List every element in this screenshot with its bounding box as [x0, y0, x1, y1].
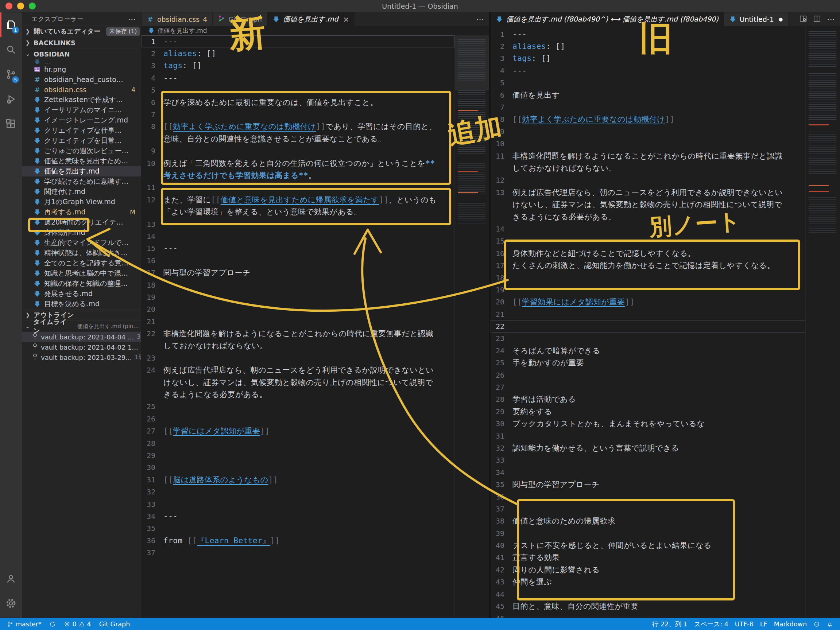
code-row[interactable]: きるようになる必要がある。 — [142, 388, 455, 400]
feedback-icon[interactable] — [810, 621, 823, 627]
code-row[interactable]: 32認知能力を働かせる、という言葉で説明できる — [491, 442, 805, 454]
obsidian-section[interactable]: ⌄ OBSIDIAN — [22, 48, 141, 60]
account-icon[interactable] — [0, 566, 22, 591]
code-row[interactable]: 21 — [491, 308, 805, 320]
code-row[interactable]: 14 — [491, 223, 805, 235]
open-editors-section[interactable]: ❯ 開いているエディター 未保存 (1) — [22, 25, 141, 37]
eol[interactable]: LF — [757, 621, 771, 628]
minimap[interactable] — [455, 35, 489, 618]
file-item[interactable]: 知識の保存と知識の整理.md — [22, 279, 141, 289]
code-row[interactable]: 27[[学習にはメタ認知が重要]] — [142, 425, 455, 437]
code-row[interactable]: 18 — [142, 279, 455, 291]
tab-git-graph[interactable]: Git Graph — [213, 13, 267, 26]
notifications-bell-icon[interactable] — [823, 621, 836, 627]
tab-kachi-md[interactable]: 価値を見出す.md × — [267, 13, 355, 26]
minimap[interactable] — [805, 26, 840, 618]
problems-indicator[interactable]: 0 4 — [60, 618, 94, 630]
file-item[interactable]: 生産的でマインドフルであるための... — [22, 238, 141, 248]
code-row[interactable]: 31 — [491, 430, 805, 442]
code-row[interactable]: 13 — [142, 218, 455, 230]
code-row[interactable]: 28 — [142, 437, 455, 449]
code-row[interactable]: 11 — [142, 181, 455, 194]
code-row[interactable]: 16 — [142, 255, 455, 266]
code-row[interactable]: 26 — [491, 369, 805, 381]
code-row[interactable]: 27 — [491, 381, 805, 393]
code-row[interactable]: 29 — [142, 449, 455, 461]
backlinks-section[interactable]: ❯ BACKLINKS — [22, 37, 141, 48]
code-row[interactable]: 5 — [491, 77, 805, 89]
code-row[interactable]: 9 — [142, 145, 455, 157]
code-row[interactable]: 20 — [142, 303, 455, 315]
code-row[interactable]: けないし、証券マンは、気候変動と穀物の売り上げの相関性について説明で — [491, 198, 805, 210]
code-row[interactable]: 36from [[『Learn Better』]] — [142, 534, 455, 547]
more-actions-icon[interactable]: ⋯ — [827, 14, 835, 24]
code-row[interactable]: 24そろばんで暗算ができる — [491, 345, 805, 357]
code-row[interactable]: 30 — [142, 461, 455, 474]
code-row[interactable]: 15--- — [142, 243, 455, 255]
file-item[interactable]: 精神状態は、体調に大きく左右され... — [22, 248, 141, 258]
code-row[interactable]: 8[[効率よく学ぶために重要なのは動機付け]] — [491, 113, 805, 125]
code-row[interactable]: しておかなければならない。 — [142, 340, 455, 352]
code-row[interactable]: 33 — [491, 454, 805, 466]
code-row[interactable]: 12 — [491, 174, 805, 186]
code-row[interactable]: 24例えば広告代理店なら、朝のニュースをどう利用できるか説明できないとい — [142, 364, 455, 376]
file-item[interactable]: 全てのことを記録する意味.md — [22, 258, 141, 268]
code-row[interactable]: 3tags: [] — [142, 60, 455, 72]
breadcrumb[interactable]: 価値を見出す.md — [142, 26, 489, 35]
sync-icon[interactable] — [46, 618, 59, 630]
file-item[interactable]: hr.png — [22, 64, 141, 74]
code-row[interactable]: 44 — [491, 588, 805, 600]
file-item[interactable]: 知識と思考は脳の中で混ざり合い支... — [22, 268, 141, 279]
code-row[interactable]: 6価値を見出す — [491, 89, 805, 101]
code-row[interactable]: 10例えば「三角関数を覚えると自分の生活の何に役立つのか」ということを** — [142, 157, 455, 169]
file-item[interactable]: 週20時間のクリエイティブ時間を確... — [22, 217, 141, 227]
run-debug-icon[interactable] — [0, 87, 22, 112]
toggle-layout-icon[interactable] — [813, 14, 821, 24]
code-row[interactable]: 25 — [142, 401, 455, 413]
code-row[interactable]: 42周りの人間に影響される — [491, 564, 805, 576]
code-row[interactable]: 30ブックカタリストとかも、まんまそれをやっているな — [491, 418, 805, 430]
code-row[interactable]: きるようになる必要がある。 — [491, 211, 805, 223]
code-row[interactable]: 14 — [142, 230, 455, 242]
file-item[interactable]: #obsidian_head_custom.css — [22, 74, 141, 85]
code-row[interactable]: 16身体動作などと紐づけることで記憶しやすくなる。 — [491, 247, 805, 259]
file-item[interactable]: 関連付け.md — [22, 187, 141, 197]
editor-actions-more-icon[interactable]: ⋯ — [476, 14, 484, 24]
timeline-section[interactable]: ⌄ タイムライン 価値を見出す.md (pinned) — [22, 320, 141, 332]
code-row[interactable]: 6学びを深めるために最初に重要なのは、価値を見出すこと。 — [142, 96, 455, 108]
close-tab-icon[interactable]: × — [343, 15, 349, 24]
file-item[interactable]: 再考する.mdM — [22, 207, 141, 217]
code-row[interactable]: 37 — [142, 547, 455, 559]
code-row[interactable]: 41宣言する効果 — [491, 551, 805, 564]
code-row[interactable]: 22非構造化問題を解けるようになることがこれからの時代に重要無事だと認識 — [142, 328, 455, 339]
code-row[interactable]: 39 — [491, 527, 805, 539]
file-item[interactable]: クリエイティブを日常にする.md — [22, 135, 141, 146]
code-row[interactable]: 12また、学習に[[価値と意味を見出すために帰属欲求を満たす]]、というのも — [142, 194, 455, 206]
code-row[interactable]: 19 — [491, 284, 805, 296]
code-row[interactable]: 43仲間を選ぶ — [491, 576, 805, 588]
file-item[interactable]: 目標を決める.md — [22, 299, 141, 309]
timeline-entry[interactable]: vault backup: 2021-04-02 1...6 日 — [22, 342, 141, 352]
code-row[interactable]: 「よい学習環境」を整える、という意味で効果がある。 — [142, 206, 455, 218]
code-row[interactable]: 45目的と、意味、自分の関連性が重要 — [491, 600, 805, 612]
code-row[interactable]: 31[[脳は道路体系のようなもの]] — [142, 474, 455, 486]
code-row[interactable]: 考えさせるだけでも学習効果は高まる**。 — [142, 169, 455, 181]
code-row[interactable]: 18 — [491, 272, 805, 284]
search-icon[interactable] — [0, 37, 22, 62]
file-item[interactable]: … — [22, 60, 141, 64]
cursor-position[interactable]: 行 22、列 1 — [649, 620, 691, 628]
code-row[interactable]: 17関与型の学習アプローチ — [142, 266, 455, 279]
code-row[interactable]: 34--- — [142, 510, 455, 522]
language-mode[interactable]: Markdown — [771, 621, 810, 628]
code-row[interactable]: 7 — [491, 101, 805, 113]
code-row[interactable]: 37 — [491, 503, 805, 515]
code-row[interactable]: 38価値と意味のための帰属欲求 — [491, 515, 805, 527]
git-branch-indicator[interactable]: master* — [4, 618, 44, 630]
file-item[interactable]: 価値と意味を見出すために帰属欲求... — [22, 156, 141, 166]
file-item[interactable]: イメージトレーニング.md — [22, 115, 141, 125]
code-row[interactable]: けないし、証券マンは、気候変動と穀物の売り上げの相関性について説明で — [142, 376, 455, 388]
code-row[interactable]: 17たくさんの刺激と、認知能力を働かせることで記憶は定着しやすくなる。 — [491, 259, 805, 271]
code-row[interactable]: 4--- — [491, 65, 805, 77]
code-row[interactable]: 8[[効率よく学ぶために重要なのは動機付け]]であり、学習にはその目的と、 — [142, 121, 455, 133]
code-row[interactable]: 23 — [491, 332, 805, 345]
